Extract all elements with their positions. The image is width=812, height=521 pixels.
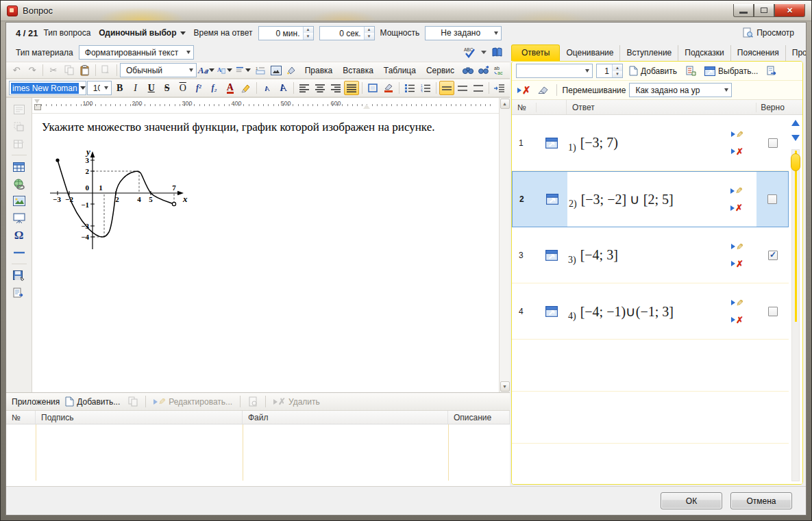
answer-clear-button[interactable] [536, 83, 551, 97]
answer-template-select[interactable] [516, 64, 593, 78]
move-up-button[interactable] [790, 116, 801, 129]
attachment-copy-button[interactable] [125, 394, 140, 409]
insert-hyperlink-button[interactable] [10, 177, 28, 191]
font-color-button[interactable]: A [223, 81, 238, 95]
answer-choose-button[interactable]: Выбрать... [702, 65, 761, 77]
ok-button[interactable]: ОК [661, 492, 722, 509]
insert-picture-button[interactable] [10, 194, 28, 208]
insert-object-button[interactable] [10, 119, 28, 134]
edit-table-button[interactable] [10, 136, 28, 151]
insert-symbol-button[interactable]: Ω [10, 228, 28, 242]
correct-checkbox[interactable] [767, 194, 777, 204]
bullet-list-button[interactable] [402, 81, 417, 95]
answer-row[interactable]: 4 4) [−4; −1)∪(−1; 3] ✎ [512, 283, 789, 340]
bold-button[interactable]: B [112, 81, 127, 95]
font-size-select[interactable]: 10 [87, 81, 112, 95]
insert-table-button[interactable] [10, 160, 28, 174]
insert-image-button[interactable] [269, 63, 284, 77]
seconds-stepper[interactable]: 0 сек. ▲▼ [319, 26, 375, 40]
answer-remove-button[interactable]: ✗ [731, 315, 743, 325]
question-text-area[interactable]: Укажите множество значений функции, граф… [32, 114, 499, 392]
insert-hline-button[interactable] [10, 245, 28, 259]
open-answer-editor-button[interactable] [537, 283, 567, 339]
menu-insert[interactable]: Вставка [338, 64, 378, 77]
correct-checkbox[interactable] [768, 138, 778, 148]
font-name-select[interactable]: imes New Roman [9, 81, 86, 95]
insert-media-button[interactable] [10, 211, 28, 225]
indent-button[interactable] [492, 81, 507, 95]
load-text-button[interactable] [10, 285, 28, 300]
paragraph-format-menu[interactable] [234, 63, 252, 77]
paste-button[interactable] [77, 63, 93, 77]
attachment-delete-button[interactable]: ✗ Удалить [271, 395, 323, 408]
shrink-font-button[interactable]: A [260, 81, 275, 95]
indent-marker-right[interactable] [363, 104, 370, 109]
align-justify-button[interactable] [344, 81, 359, 95]
grow-font-button[interactable]: A [275, 81, 291, 95]
correct-checkbox[interactable] [768, 251, 778, 260]
line-spacing-single-button[interactable] [439, 81, 454, 95]
attachment-edit-button[interactable]: ✎ Редактировать... [151, 395, 235, 408]
answer-export-button[interactable] [764, 64, 779, 78]
numbered-list-button[interactable]: 123 [418, 81, 433, 95]
redo-button[interactable]: ↷ [25, 63, 40, 77]
superscript-button[interactable]: f² [191, 81, 206, 95]
open-answer-editor-button[interactable] [537, 172, 567, 227]
replace-button[interactable]: ab ac [492, 63, 507, 77]
material-type-select[interactable]: Форматированный текст [79, 45, 194, 60]
minutes-stepper[interactable]: 0 мин. ▲▼ [258, 26, 314, 40]
char-format-menu[interactable]: A [216, 63, 234, 77]
spin-up-icon[interactable]: ▲ [365, 27, 374, 34]
align-left-button[interactable] [297, 81, 312, 95]
tab-hints[interactable]: Подсказки [678, 45, 731, 61]
tab-other[interactable]: Прочее [786, 45, 807, 61]
line-spacing-15-button[interactable] [455, 81, 470, 95]
line-spacing-double-button[interactable] [471, 81, 486, 95]
font-style-menu[interactable]: A𝑎 [197, 63, 215, 77]
col-description[interactable]: Описание [448, 411, 510, 424]
strikethrough-button[interactable]: S [160, 81, 175, 95]
save-text-button[interactable] [10, 268, 28, 283]
menu-table[interactable]: Таблица [379, 64, 421, 77]
paragraph-border-button[interactable] [365, 81, 380, 95]
spin-down-icon[interactable]: ▼ [304, 33, 313, 40]
tab-intro[interactable]: Вступление [620, 45, 678, 61]
col-number[interactable]: № [512, 103, 537, 112]
spin-up-icon[interactable]: ▲ [304, 27, 313, 34]
menu-edit[interactable]: Правка [300, 64, 338, 77]
underline-button[interactable]: U [144, 81, 159, 95]
shading-color-button[interactable] [381, 81, 396, 95]
chevron-down-icon[interactable] [481, 51, 487, 54]
cancel-button[interactable]: Отмена [730, 492, 792, 509]
editor-scrollbar[interactable]: ▲ ▼ [499, 98, 510, 392]
move-down-button[interactable] [790, 131, 801, 144]
power-select[interactable]: Не задано [425, 26, 502, 40]
spellcheck-button[interactable]: ABC [462, 45, 478, 60]
answer-edit-button[interactable]: ✎ [731, 242, 743, 252]
dictionary-button[interactable] [489, 45, 504, 60]
spin-down-icon[interactable]: ▼ [365, 33, 374, 40]
align-center-button[interactable] [312, 81, 328, 95]
find-button[interactable] [460, 63, 476, 77]
paragraph-style-select[interactable]: Обычный [120, 63, 197, 77]
col-correct[interactable]: Верно [756, 103, 789, 112]
open-answer-editor-button[interactable] [537, 115, 567, 170]
answer-remove-button[interactable]: ✗ [731, 147, 743, 157]
close-button[interactable]: ✕ [774, 4, 805, 17]
answer-edit-button[interactable]: ✎ [731, 298, 743, 308]
ruler[interactable]: 100 200 300 400 500 600 [32, 98, 499, 114]
attachment-view-button[interactable] [245, 394, 260, 409]
attachments-table-body[interactable] [6, 424, 510, 486]
question-type-dropdown[interactable]: Одиночный выбор [96, 27, 188, 39]
preview-button[interactable]: Просмотр [739, 26, 798, 40]
answer-row[interactable]: 1 1) [−3; 7) ✎ ✗ [512, 115, 789, 171]
col-number[interactable]: № [6, 411, 36, 424]
titlebar[interactable]: Вопрос ✕ [1, 1, 811, 21]
attachment-add-button[interactable]: Добавить... [62, 395, 123, 408]
answer-edit-button[interactable]: ✎ [731, 129, 743, 140]
spin-down-icon[interactable]: ▼ [613, 71, 622, 78]
spin-up-icon[interactable]: ▲ [613, 64, 622, 71]
col-answer[interactable]: Ответ [567, 103, 756, 112]
correct-checkbox[interactable] [768, 307, 778, 316]
insert-frame-button[interactable] [10, 102, 28, 116]
